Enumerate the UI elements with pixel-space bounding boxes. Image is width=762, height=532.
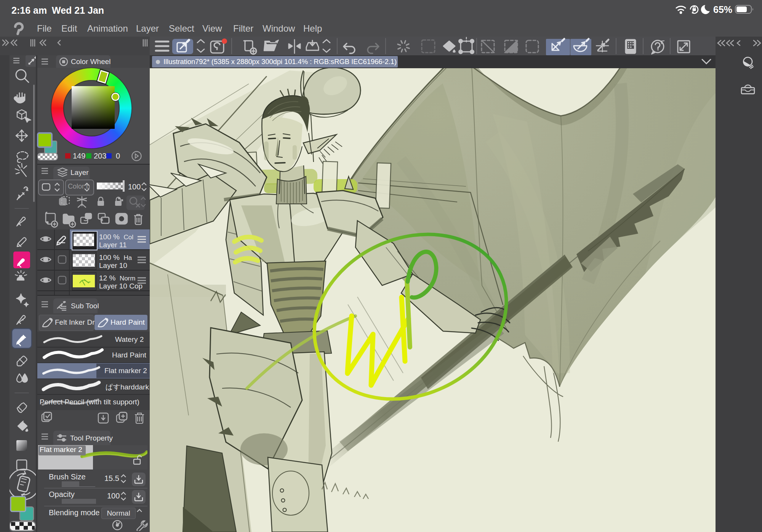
svg-text:65%: 65% xyxy=(713,4,732,15)
